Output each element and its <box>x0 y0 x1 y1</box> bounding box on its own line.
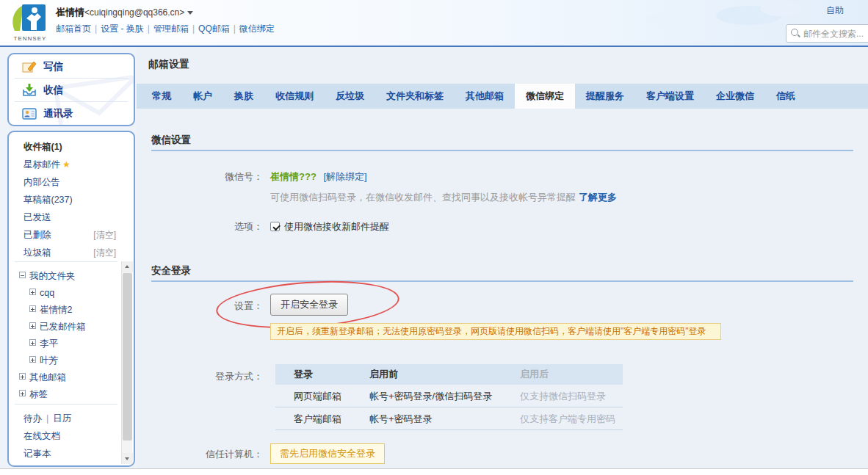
cell-client-before: 帐号+密码登录 <box>369 407 520 429</box>
tree-folder-sent-box[interactable]: 已发邮件箱 <box>29 319 86 334</box>
tree-my-folders[interactable]: 我的文件夹 <box>19 269 76 283</box>
tree-folder-liping[interactable]: 李平 <box>29 336 58 351</box>
setting-label: 设置： <box>137 300 263 313</box>
wechat-notify-checkbox[interactable] <box>270 222 280 231</box>
tennsey-logo[interactable]: TENNSEY <box>9 4 51 42</box>
col-after-enable: 启用后 <box>520 364 623 385</box>
wechat-account-value: 崔情情??? <box>270 171 317 182</box>
online-docs-link[interactable]: 在线文档 <box>23 429 60 443</box>
tab-general[interactable]: 常规 <box>141 84 182 109</box>
setting-row: 开启安全登录 <box>270 294 348 316</box>
notepad-link[interactable]: 记事本 <box>23 446 51 461</box>
tree-folder-cuiqingqing2[interactable]: 崔情情2 <box>29 302 72 317</box>
receive-label: 收信 <box>43 84 63 97</box>
page-title: 邮箱设置 <box>148 58 189 71</box>
sidebar-folders-panel: 收件箱(1) 星标邮件★ 内部公告 草稿箱(237) 已发送 已删除[清空] 垃… <box>7 131 135 467</box>
todo-link[interactable]: 待办 <box>23 413 42 424</box>
expand-icon[interactable] <box>29 339 36 346</box>
empty-folder-link[interactable]: [清空] <box>93 228 116 242</box>
receive-mail-button[interactable]: 收信 <box>9 79 134 101</box>
self-service-link[interactable]: 自助 <box>826 4 844 17</box>
tree-folder-yefang[interactable]: 叶芳 <box>29 353 58 368</box>
nav-separator: | <box>148 23 150 34</box>
tab-stationery[interactable]: 信纸 <box>765 84 806 109</box>
collapse-icon[interactable] <box>19 272 26 278</box>
col-before-enable: 启用前 <box>369 364 520 385</box>
folder-spam[interactable]: 垃圾箱[清空] <box>9 245 126 260</box>
tab-folders-tags[interactable]: 文件夹和标签 <box>375 84 455 109</box>
user-email: <cuiqingqing@qq366.cn> <box>84 7 184 18</box>
folder-sent[interactable]: 已发送 <box>9 210 126 225</box>
sidebar-actions-panel: 写信 收信 通讯录 <box>7 53 135 126</box>
expand-icon[interactable] <box>29 289 36 295</box>
security-section-title: 安全登录 <box>151 264 191 278</box>
nav-mail-home[interactable]: 邮箱首页 <box>56 23 91 34</box>
trusted-computer-button[interactable]: 需先启用微信安全登录 <box>270 443 385 464</box>
section-divider <box>151 150 853 151</box>
nav-settings-skin[interactable]: 设置 - 换肤 <box>101 23 144 34</box>
user-name: 崔情情 <box>56 7 84 18</box>
tab-mail-rules[interactable]: 收信规则 <box>264 84 325 109</box>
col-login: 登录 <box>275 364 369 385</box>
cell-client-after: 仅支持客户端专用密码 <box>520 407 623 429</box>
cell-webmail: 网页端邮箱 <box>275 385 369 407</box>
tab-client-settings[interactable]: 客户端设置 <box>635 84 705 109</box>
expand-icon[interactable] <box>29 322 36 329</box>
company-drive-link[interactable]: 企业网盘 <box>23 464 60 467</box>
table-row: 客户端邮箱 帐号+密码登录 仅支持客户端专用密码 <box>275 407 623 430</box>
expand-icon[interactable] <box>29 356 36 363</box>
unbind-link[interactable]: [解除绑定] <box>323 171 366 182</box>
compose-icon <box>22 60 37 73</box>
tennsey-logo-icon <box>9 4 48 33</box>
tree-folder-cqq[interactable]: cqq <box>29 286 54 300</box>
folder-drafts[interactable]: 草稿箱(237) <box>9 192 126 207</box>
scroll-up-arrow-icon[interactable] <box>122 261 133 272</box>
account-dropdown-caret-icon[interactable] <box>187 11 193 15</box>
nav-wechat-bind[interactable]: 微信绑定 <box>239 23 275 34</box>
wechat-description: 可使用微信扫码登录，在微信收发邮件、查找同事以及接收帐号异常提醒 <box>270 192 576 203</box>
mail-settings-page: TENNSEY 崔情情<cuiqingqing@qq366.cn> 邮箱首页|设… <box>0 0 868 475</box>
login-method-table: 登录 启用前 启用后 网页端邮箱 帐号+密码登录/微信扫码登录 仅支持微信扫码登… <box>275 364 623 430</box>
secure-login-note: 开启后，须重新登录邮箱；无法使用原密码登录，网页版请使用微信扫码，客户端请使用"… <box>270 323 721 340</box>
tab-skin[interactable]: 换肤 <box>223 84 264 109</box>
option-row: 使用微信接收新邮件提醒 <box>270 220 389 233</box>
learn-more-link[interactable]: 了解更多 <box>579 192 617 203</box>
cloud-decoration <box>646 13 690 25</box>
tab-wechat-bind[interactable]: 微信绑定 <box>515 84 575 109</box>
scroll-down-arrow-icon[interactable] <box>122 453 133 464</box>
cell-client: 客户端邮箱 <box>275 407 369 429</box>
calendar-link[interactable]: 日历 <box>53 413 71 424</box>
folder-starred[interactable]: 星标邮件★ <box>9 157 126 172</box>
enable-secure-login-button[interactable]: 开启安全登录 <box>270 294 348 316</box>
expand-icon[interactable] <box>29 305 36 312</box>
tab-antispam[interactable]: 反垃圾 <box>325 84 375 109</box>
compose-label: 写信 <box>43 60 63 73</box>
expand-icon[interactable] <box>19 373 26 380</box>
header-nav: 邮箱首页|设置 - 换肤|管理邮箱|QQ邮箱|微信绑定 <box>56 23 275 35</box>
tab-other-mailboxes[interactable]: 其他邮箱 <box>455 84 515 109</box>
sidebar-scrollbar[interactable] <box>121 261 132 464</box>
scrollbar-thumb[interactable] <box>123 273 132 440</box>
empty-folder-link[interactable]: [清空] <box>93 245 116 260</box>
folder-inbox[interactable]: 收件箱(1) <box>9 139 126 154</box>
tree-other-mailboxes[interactable]: 其他邮箱 <box>19 370 66 385</box>
nav-qq-mail[interactable]: QQ邮箱 <box>198 23 230 34</box>
folder-deleted[interactable]: 已删除[清空] <box>9 228 126 242</box>
wechat-account-row: 崔情情??? [解除绑定] <box>270 170 367 184</box>
tab-account[interactable]: 帐户 <box>182 84 223 109</box>
nav-manage-mail[interactable]: 管理邮箱 <box>153 23 189 34</box>
tree-tags[interactable]: 标签 <box>19 387 48 402</box>
contacts-label: 通讯录 <box>43 107 73 120</box>
mail-search-input[interactable] <box>803 29 868 39</box>
option-label: 选项： <box>137 220 263 233</box>
trusted-computer-row: 需先启用微信安全登录 <box>270 443 385 464</box>
search-icon <box>791 29 800 38</box>
expand-icon[interactable] <box>19 390 26 396</box>
contacts-button[interactable]: 通讯录 <box>9 102 134 125</box>
compose-button[interactable]: 写信 <box>9 55 134 78</box>
tab-reminder-service[interactable]: 提醒服务 <box>575 84 635 109</box>
wechat-desc-row: 可使用微信扫码登录，在微信收发邮件、查找同事以及接收帐号异常提醒了解更多 <box>270 191 617 204</box>
contacts-icon <box>22 108 37 120</box>
folder-announcements[interactable]: 内部公告 <box>9 175 126 189</box>
tab-work-wechat[interactable]: 企业微信 <box>705 84 765 109</box>
